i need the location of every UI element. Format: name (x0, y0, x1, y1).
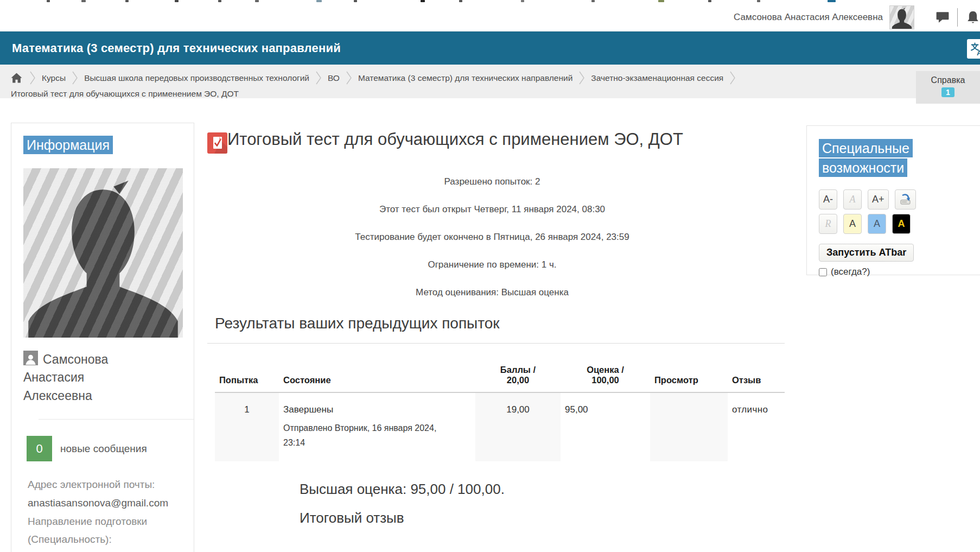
breadcrumb-item-current: Итоговый тест для обучающихся с применен… (11, 89, 239, 99)
accessibility-panel: Специальные возможности A- A A+ R A A A … (806, 125, 980, 275)
profile-name: Самсонова Анастасия Алексеевна (23, 351, 182, 405)
cell-attempt: 1 (215, 392, 279, 461)
high-contrast-button[interactable]: A (892, 214, 911, 234)
cell-grade: 95,00 (561, 392, 650, 461)
breadcrumb-chevron-icon (315, 71, 322, 85)
top-user-bar: Самсонова Анастасия Алексеевна (0, 4, 980, 31)
launch-atbar-button[interactable]: Запустить ATbar (819, 244, 914, 262)
accessibility-title: Специальные возможности (819, 139, 980, 177)
help-link[interactable]: Справка (931, 75, 965, 85)
quiz-time-limit: Ограничение по времени: 1 ч. (207, 259, 777, 270)
breadcrumb-item-school[interactable]: Высшая школа передовых производственных … (84, 73, 309, 83)
user-name: Самсонова Анастасия Алексеевна (734, 12, 883, 23)
table-header-row: Попытка Состояние Баллы / 20,00 Оценка /… (215, 356, 785, 392)
col-marks: Баллы / 20,00 (475, 356, 561, 392)
cell-marks: 19,00 (475, 392, 561, 461)
email-label: Адрес электронной почты: (28, 475, 182, 494)
cell-feedback: отлично (728, 392, 785, 461)
help-block: Справка 1 (916, 71, 980, 104)
attempts-table: Попытка Состояние Баллы / 20,00 Оценка /… (215, 356, 785, 461)
yellow-scheme-button[interactable]: A (843, 214, 862, 234)
results-heading: Результаты ваших предыдущих попыток (207, 315, 785, 344)
breadcrumb-chevron-icon (29, 71, 36, 85)
highest-grade: Высшая оценка: 95,00 / 100,00. (300, 481, 792, 498)
col-state: Состояние (279, 356, 475, 392)
atbar-always-label: (всегда?) (831, 267, 870, 277)
breadcrumb-chevron-icon (72, 71, 78, 85)
topbar-divider (957, 8, 958, 27)
profile-name-line: Самсонова (43, 352, 108, 366)
quiz-close-date: Тестирование будет окончено в Пятница, 2… (207, 232, 777, 243)
profile-name-line: Анастасия (23, 370, 84, 384)
svg-text:A: A (977, 49, 980, 56)
study-form-label: Форма обучения: (28, 549, 182, 552)
specialty-label: (Специальность): (28, 530, 182, 549)
quiz-attempts-allowed: Разрешено попыток: 2 (207, 176, 777, 187)
home-icon[interactable] (11, 73, 22, 83)
avatar-silhouette-icon (28, 179, 178, 338)
email-value: anastiasansonova@gmail.com (28, 494, 182, 512)
messages-count-badge: 0 (27, 436, 52, 461)
col-attempt: Попытка (215, 356, 279, 392)
page: Самсонова Анастасия Алексеевна Математик… (0, 0, 980, 552)
main-content: Итоговый тест для обучающихся с применен… (207, 120, 792, 538)
help-count-badge: 1 (941, 87, 954, 97)
breadcrumb: Курсы Высшая школа передовых производств… (0, 65, 980, 98)
table-row: 1 Завершены Отправлено Вторник, 16 январ… (215, 392, 785, 461)
messages-row[interactable]: 0 новые сообщения (27, 436, 182, 461)
font-increase-button[interactable]: A+ (868, 189, 889, 210)
col-feedback: Отзыв (728, 356, 785, 392)
cell-review (650, 392, 728, 461)
translate-icon[interactable]: A (967, 39, 980, 59)
course-header: Математика (3 семестр) для технических н… (0, 31, 980, 65)
user-avatar[interactable] (889, 5, 914, 29)
col-review: Просмотр (650, 356, 728, 392)
person-icon (23, 351, 38, 365)
font-decrease-button[interactable]: A- (819, 189, 837, 210)
save-icon (899, 193, 912, 206)
cell-state-detail: Отправлено Вторник, 16 января 2024, 23:1… (283, 421, 438, 450)
quiz-title: Итоговый тест для обучающихся с применен… (227, 128, 716, 156)
breadcrumb-item-vo[interactable]: ВО (328, 73, 340, 83)
breadcrumb-chevron-icon (729, 71, 736, 85)
breadcrumb-chevron-icon (346, 71, 352, 85)
final-feedback-heading: Итоговый отзыв (300, 510, 792, 526)
atbar-always-checkbox[interactable] (819, 268, 827, 276)
specialty-label: Направление подготовки (28, 512, 182, 531)
course-title: Математика (3 семестр) для технических н… (0, 41, 341, 55)
quiz-grading-method: Метод оценивания: Высшая оценка (207, 287, 777, 298)
cell-state: Завершены Отправлено Вторник, 16 января … (279, 392, 475, 461)
reset-style-button[interactable]: R (819, 214, 837, 234)
messages-label: новые сообщения (60, 443, 147, 455)
divider (39, 419, 194, 420)
breadcrumb-item-course[interactable]: Математика (3 семестр) для технических н… (358, 73, 572, 83)
breadcrumb-item-courses[interactable]: Курсы (42, 73, 66, 83)
profile-name-line: Алексеевна (23, 389, 92, 403)
bookmarks-bar-remnant (0, 0, 980, 4)
info-panel: Информация Самсонова Анастасия Алексеевн… (11, 123, 194, 552)
quiz-icon (207, 132, 227, 156)
breadcrumb-item-session[interactable]: Зачетно-экзаменационная сессия (591, 73, 723, 83)
quiz-meta: Разрешено попыток: 2 Этот тест был откры… (207, 176, 777, 298)
breadcrumb-chevron-icon (578, 71, 585, 85)
col-grade: Оценка / 100,00 (561, 356, 650, 392)
blue-scheme-button[interactable]: A (868, 214, 886, 234)
info-panel-title: Информация (23, 136, 113, 154)
messages-icon[interactable] (935, 10, 950, 25)
save-settings-button[interactable] (895, 189, 916, 210)
profile-photo (23, 168, 183, 338)
notifications-bell-icon[interactable] (965, 10, 980, 25)
quiz-open-date: Этот тест был открыт Четверг, 11 января … (207, 204, 777, 215)
font-default-button[interactable]: A (843, 189, 862, 210)
avatar-silhouette-icon (891, 8, 913, 29)
